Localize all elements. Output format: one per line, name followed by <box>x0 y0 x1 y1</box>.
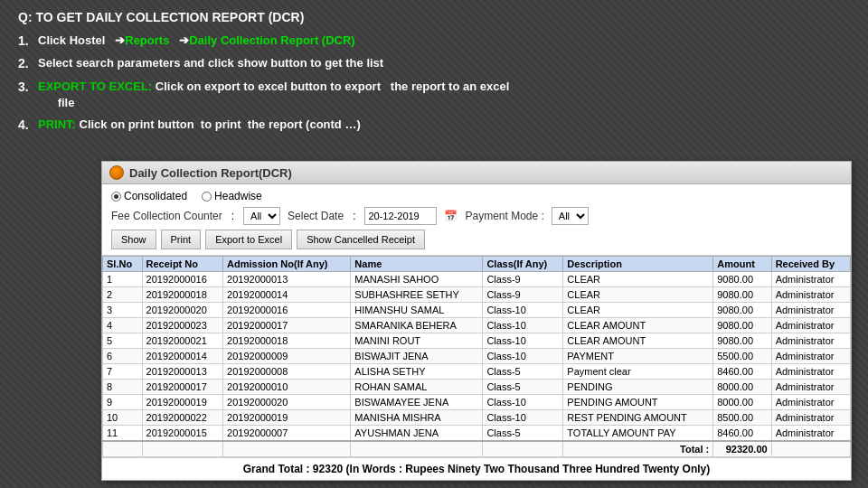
col-name: Name <box>351 257 483 272</box>
cell-5-6: 5500.00 <box>713 349 771 364</box>
step-1-number: 1. <box>18 33 38 51</box>
grand-total-text: Grand Total : 92320 (In Words : Rupees N… <box>243 463 711 475</box>
col-amount: Amount <box>713 257 771 272</box>
print-label: Print: <box>38 117 76 131</box>
cell-10-0: 11 <box>103 426 143 442</box>
cell-1-0: 2 <box>103 287 143 303</box>
cell-7-5: PENDING <box>563 380 713 395</box>
total-row: Total :92320.00 <box>103 441 851 457</box>
cell-5-7: Administrator <box>771 349 850 364</box>
col-receipt: Receipt No <box>142 257 223 272</box>
cell-7-0: 8 <box>103 380 143 395</box>
cell-8-6: 8000.00 <box>713 395 771 410</box>
button-row: Show Print Export to Excel Show Cancelle… <box>111 230 842 249</box>
table-row: 72019200001320192000008ALISHA SETHYClass… <box>103 364 851 380</box>
cell-10-7: Administrator <box>771 426 850 442</box>
cell-3-2: 20192000017 <box>223 318 351 333</box>
table-row: 62019200001420192000009BISWAJIT JENAClas… <box>103 349 851 364</box>
cell-0-7: Administrator <box>771 272 850 287</box>
cell-2-7: Administrator <box>771 303 850 318</box>
date-input[interactable] <box>364 207 437 225</box>
cell-2-3: HIMANSHU SAMAL <box>351 303 483 318</box>
col-admission: Admission No(If Any) <box>223 257 351 272</box>
cell-3-5: CLEAR AMOUNT <box>563 318 713 333</box>
cell-10-4: Class-5 <box>483 426 563 442</box>
table-row: 112019200001520192000007AYUSHMAN JENACla… <box>103 426 851 442</box>
radio-headwise[interactable]: Headwise <box>202 190 262 202</box>
cell-10-3: AYUSHMAN JENA <box>351 426 483 442</box>
cell-8-7: Administrator <box>771 395 850 410</box>
cell-6-3: ALISHA SETHY <box>351 364 483 380</box>
table-row: 52019200002120192000018MANINI ROUTClass-… <box>103 333 851 349</box>
table-row: 32019200002020192000016HIMANSHU SAMALCla… <box>103 303 851 318</box>
payment-mode-select[interactable]: All <box>552 207 589 225</box>
radio-consolidated[interactable]: Consolidated <box>111 190 187 202</box>
cell-7-4: Class-5 <box>483 380 563 395</box>
table-row: 102019200002220192000019MANISHA MISHRACl… <box>103 410 851 426</box>
radio-headwise-circle <box>202 192 212 202</box>
cell-9-0: 10 <box>103 410 143 426</box>
reports-link: Reports <box>125 33 169 47</box>
cell-4-2: 20192000018 <box>223 333 351 349</box>
radio-row: Consolidated Headwise <box>111 190 842 202</box>
table-row: 22019200001820192000014SUBHASHREE SETHYC… <box>103 287 851 303</box>
cell-8-2: 20192000020 <box>223 395 351 410</box>
cell-9-3: MANISHA MISHRA <box>351 410 483 426</box>
cell-9-6: 8500.00 <box>713 410 771 426</box>
cell-10-2: 20192000007 <box>223 426 351 442</box>
cell-3-3: SMARANIKA BEHERA <box>351 318 483 333</box>
cell-4-1: 20192000021 <box>142 333 223 349</box>
table-row: 82019200001720192000010ROHAN SAMALClass-… <box>103 380 851 395</box>
show-cancelled-button[interactable]: Show Cancelled Receipt <box>297 230 425 249</box>
cell-3-0: 4 <box>103 318 143 333</box>
cell-3-4: Class-10 <box>483 318 563 333</box>
cell-1-7: Administrator <box>771 287 850 303</box>
arrow-1: ➔ <box>115 33 125 47</box>
cell-4-0: 5 <box>103 333 143 349</box>
cell-2-0: 3 <box>103 303 143 318</box>
cell-1-2: 20192000014 <box>223 287 351 303</box>
cell-6-4: Class-5 <box>483 364 563 380</box>
calendar-icon[interactable]: 📅 <box>444 210 458 222</box>
export-label: Export to excel: <box>38 80 152 93</box>
report-titlebar: Daily Collection Report(DCR) <box>102 162 851 184</box>
export-excel-button[interactable]: Export to Excel <box>205 230 292 249</box>
cell-9-7: Administrator <box>771 410 850 426</box>
colon-1: : <box>231 210 234 222</box>
total-cell-6: 92320.00 <box>713 441 771 457</box>
step-1: 1. Click Hostel ➔Reports ➔Daily Collecti… <box>18 33 850 51</box>
step-4-text: Print: Click on print button to print th… <box>38 117 361 133</box>
show-button[interactable]: Show <box>111 230 156 249</box>
cell-0-0: 1 <box>103 272 143 287</box>
cell-2-5: CLEAR <box>563 303 713 318</box>
filter-row: Fee Collection Counter : All Select Date… <box>111 207 842 225</box>
cell-2-2: 20192000016 <box>223 303 351 318</box>
report-title: Daily Collection Report(DCR) <box>129 166 292 180</box>
cell-7-6: 8000.00 <box>713 380 771 395</box>
dcr-link: Daily Collection Report (DCR) <box>189 33 354 47</box>
cell-10-6: 8460.00 <box>713 426 771 442</box>
cell-7-1: 20192000017 <box>142 380 223 395</box>
cell-0-4: Class-9 <box>483 272 563 287</box>
print-button[interactable]: Print <box>161 230 202 249</box>
step-3: 3. Export to excel: Click on export to e… <box>18 79 850 111</box>
table-body: 12019200001620192000013MANASHI SAHOOClas… <box>103 272 851 457</box>
report-controls: Consolidated Headwise Fee Collection Cou… <box>102 184 851 256</box>
cell-1-1: 20192000018 <box>142 287 223 303</box>
cell-8-5: PENDING AMOUNT <box>563 395 713 410</box>
total-cell-2 <box>223 441 351 457</box>
cell-9-4: Class-10 <box>483 410 563 426</box>
cell-6-0: 7 <box>103 364 143 380</box>
total-cell-4 <box>483 441 563 457</box>
table-row: 92019200001920192000020BISWAMAYEE JENACl… <box>103 395 851 410</box>
fee-counter-select[interactable]: All <box>243 207 280 225</box>
cell-0-3: MANASHI SAHOO <box>351 272 483 287</box>
cell-6-6: 8460.00 <box>713 364 771 380</box>
step-2-number: 2. <box>18 55 38 73</box>
table-header-row: Sl.No Receipt No Admission No(If Any) Na… <box>103 257 851 272</box>
step-4: 4. Print: Click on print button to print… <box>18 117 850 135</box>
cell-1-4: Class-9 <box>483 287 563 303</box>
cell-4-7: Administrator <box>771 333 850 349</box>
cell-8-1: 20192000019 <box>142 395 223 410</box>
cell-8-3: BISWAMAYEE JENA <box>351 395 483 410</box>
